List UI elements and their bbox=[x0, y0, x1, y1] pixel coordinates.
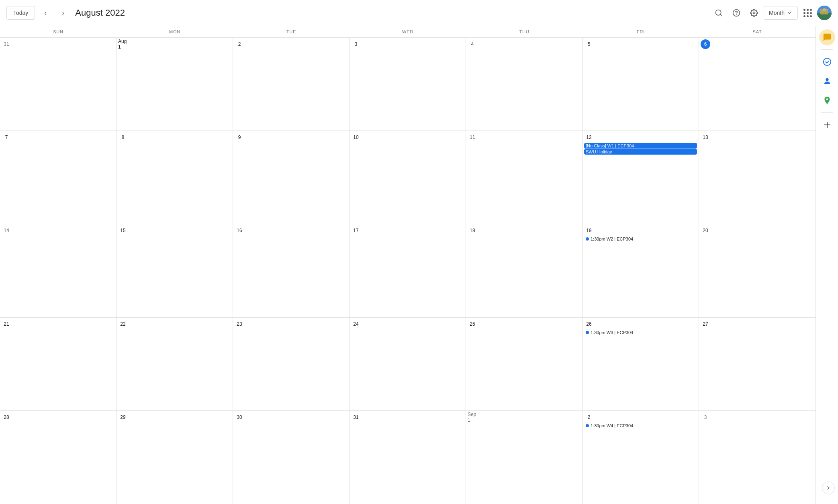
main-content: SUN MON TUE WED THU FRI SAT 31 Aug 1 2 bbox=[0, 26, 838, 504]
svg-point-10 bbox=[826, 78, 828, 81]
event-w3-ecp304[interactable]: 1:30pm W3 | ECP304 bbox=[584, 330, 697, 335]
date-aug-22[interactable]: 22 bbox=[118, 319, 128, 329]
cell-aug-24: 24 bbox=[350, 318, 466, 410]
cell-aug-16: 16 bbox=[233, 224, 350, 317]
date-aug-16[interactable]: 16 bbox=[235, 226, 244, 235]
date-aug-4[interactable]: 4 bbox=[468, 39, 477, 49]
date-aug-21[interactable]: 21 bbox=[2, 319, 11, 329]
cell-aug-7: 7 bbox=[0, 131, 117, 224]
calendar-grid: 31 Aug 1 2 3 4 5 6 bbox=[0, 38, 816, 504]
event-no-class-w1[interactable]: [No Class] W1 | ECP304 bbox=[584, 143, 697, 149]
day-header-sun: SUN bbox=[0, 26, 117, 37]
cell-aug-6: 6 bbox=[699, 38, 816, 131]
cell-aug-17: 17 bbox=[350, 224, 466, 317]
help-button[interactable] bbox=[728, 5, 744, 21]
date-aug-15[interactable]: 15 bbox=[118, 226, 128, 235]
date-aug-17[interactable]: 17 bbox=[351, 226, 361, 235]
date-sep-2[interactable]: 2 bbox=[584, 412, 594, 422]
date-aug-9[interactable]: 9 bbox=[235, 133, 244, 142]
day-header-mon: MON bbox=[117, 26, 233, 37]
chat-icon bbox=[823, 33, 832, 42]
date-sep-1[interactable]: Sep 1 bbox=[468, 412, 477, 422]
cell-aug-27: 27 bbox=[699, 318, 816, 410]
date-aug-8[interactable]: 8 bbox=[118, 133, 128, 142]
date-aug-19[interactable]: 19 bbox=[584, 226, 594, 235]
cell-jul-31: 31 bbox=[0, 38, 117, 131]
cell-aug-31: 31 bbox=[350, 411, 466, 504]
cell-aug-9: 9 bbox=[233, 131, 350, 224]
maps-sidebar-button[interactable] bbox=[819, 92, 835, 108]
date-aug-3[interactable]: 3 bbox=[351, 39, 361, 49]
date-aug-27[interactable]: 27 bbox=[701, 319, 710, 329]
date-aug-20[interactable]: 20 bbox=[701, 226, 710, 235]
calendar-week-2: 7 8 9 10 11 12 [No Class] W1 | ECP304 SW bbox=[0, 131, 816, 224]
add-button[interactable] bbox=[819, 117, 835, 133]
cell-aug-11: 11 bbox=[466, 131, 583, 224]
chevron-right-icon bbox=[825, 485, 832, 491]
date-aug-12[interactable]: 12 bbox=[584, 133, 594, 142]
date-aug-5[interactable]: 5 bbox=[584, 39, 594, 49]
cell-aug-28: 28 bbox=[0, 411, 117, 504]
date-aug-7[interactable]: 7 bbox=[2, 133, 11, 142]
date-jul-31[interactable]: 31 bbox=[2, 39, 11, 49]
avatar[interactable] bbox=[817, 6, 832, 20]
contacts-sidebar-button[interactable] bbox=[819, 73, 835, 89]
view-select-button[interactable]: Month bbox=[764, 6, 798, 20]
cell-aug-3: 3 bbox=[350, 38, 466, 131]
event-dot bbox=[586, 424, 589, 427]
date-aug-23[interactable]: 23 bbox=[235, 319, 244, 329]
date-aug-24[interactable]: 24 bbox=[351, 319, 361, 329]
cell-aug-4: 4 bbox=[466, 38, 583, 131]
date-aug-10[interactable]: 10 bbox=[351, 133, 361, 142]
view-select-label: Month bbox=[769, 10, 785, 16]
next-button[interactable]: › bbox=[56, 6, 70, 20]
event-swu-holiday[interactable]: SWU Holiday bbox=[584, 149, 697, 155]
cell-aug-30: 30 bbox=[233, 411, 350, 504]
date-aug-11[interactable]: 11 bbox=[468, 133, 477, 142]
cell-aug-5: 5 bbox=[583, 38, 699, 131]
cell-aug-20: 20 bbox=[699, 224, 816, 317]
prev-button[interactable]: ‹ bbox=[38, 6, 53, 20]
settings-icon bbox=[750, 9, 758, 17]
cell-aug-8: 8 bbox=[117, 131, 233, 224]
date-aug-6[interactable]: 6 bbox=[701, 39, 710, 49]
date-aug-31[interactable]: 31 bbox=[351, 412, 361, 422]
day-header-sat: SAT bbox=[699, 26, 816, 37]
cell-aug-12: 12 [No Class] W1 | ECP304 SWU Holiday bbox=[583, 131, 699, 224]
date-aug-1[interactable]: Aug 1 bbox=[118, 39, 128, 49]
apps-button[interactable] bbox=[799, 5, 816, 21]
date-aug-2[interactable]: 2 bbox=[235, 39, 244, 49]
svg-point-9 bbox=[823, 58, 830, 65]
day-header-thu: THU bbox=[466, 26, 583, 37]
avatar-image bbox=[817, 6, 832, 20]
today-button[interactable]: Today bbox=[6, 6, 35, 20]
date-aug-29[interactable]: 29 bbox=[118, 412, 128, 422]
collapse-sidebar-button[interactable] bbox=[822, 482, 835, 494]
calendar-week-3: 14 15 16 17 18 19 1:30pm bbox=[0, 224, 816, 317]
date-aug-26[interactable]: 26 bbox=[584, 319, 594, 329]
tasks-sidebar-button[interactable] bbox=[819, 54, 835, 70]
date-aug-28[interactable]: 28 bbox=[2, 412, 11, 422]
chat-sidebar-button[interactable] bbox=[819, 29, 835, 45]
date-aug-14[interactable]: 14 bbox=[2, 226, 11, 235]
right-sidebar bbox=[816, 26, 838, 504]
date-aug-25[interactable]: 25 bbox=[468, 319, 477, 329]
cell-aug-29: 29 bbox=[117, 411, 233, 504]
date-aug-18[interactable]: 18 bbox=[468, 226, 477, 235]
help-icon bbox=[732, 9, 740, 17]
calendar-week-4: 21 22 23 24 25 26 1:30pm bbox=[0, 318, 816, 411]
cell-aug-21: 21 bbox=[0, 318, 117, 410]
calendar-header: Today ‹ › August 2022 Month bbox=[0, 0, 838, 26]
date-aug-30[interactable]: 30 bbox=[235, 412, 244, 422]
cell-aug-15: 15 bbox=[117, 224, 233, 317]
cell-aug-22: 22 bbox=[117, 318, 233, 410]
day-headers-row: SUN MON TUE WED THU FRI SAT bbox=[0, 26, 816, 38]
search-button[interactable] bbox=[711, 5, 727, 21]
cell-sep-2: 2 1:30pm W4 | ECP304 bbox=[583, 411, 699, 504]
date-aug-13[interactable]: 13 bbox=[701, 133, 710, 142]
event-w2-ecp304[interactable]: 1:30pm W2 | ECP304 bbox=[584, 236, 697, 242]
month-title: August 2022 bbox=[75, 8, 707, 18]
date-sep-3[interactable]: 3 bbox=[701, 412, 710, 422]
event-w4-ecp304[interactable]: 1:30pm W4 | ECP304 bbox=[584, 423, 697, 429]
settings-button[interactable] bbox=[746, 5, 762, 21]
